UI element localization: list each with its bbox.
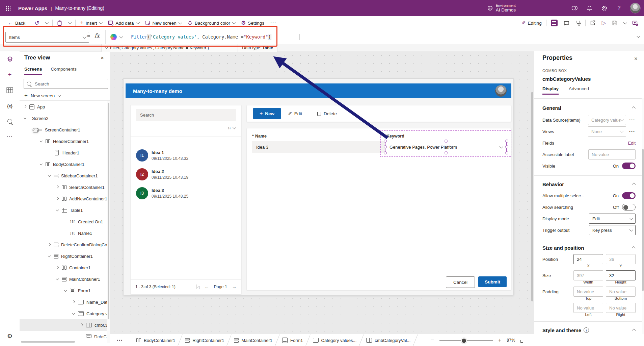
publish-button[interactable] bbox=[629, 20, 641, 26]
preview-button[interactable] bbox=[599, 20, 609, 26]
selection-handle[interactable] bbox=[505, 145, 508, 148]
tree-item[interactable]: AddNewContainer1 bbox=[20, 193, 107, 204]
general-section-header[interactable]: General bbox=[542, 102, 636, 113]
tree-chevron-icon[interactable] bbox=[63, 231, 68, 235]
tree-search-box[interactable] bbox=[24, 79, 108, 89]
accessible-label-input[interactable]: No value bbox=[588, 149, 636, 159]
zoom-slider[interactable] bbox=[439, 340, 493, 341]
list-item[interactable]: I1 Idea 1 09/11/2025 10.43.32 bbox=[131, 146, 241, 165]
tree-chevron-icon[interactable] bbox=[80, 323, 84, 327]
tree-item[interactable]: Form1 bbox=[20, 285, 107, 296]
tree-item[interactable]: ScreenContainer1 bbox=[20, 124, 107, 135]
fields-edit-link[interactable]: Edit bbox=[628, 141, 636, 146]
editing-status-button[interactable]: Editing bbox=[518, 20, 545, 26]
paste-menu-button[interactable] bbox=[65, 16, 74, 30]
tree-item[interactable]: Name_Data bbox=[20, 296, 107, 308]
previous-page-button[interactable] bbox=[204, 284, 209, 290]
tree-chevron-icon[interactable] bbox=[55, 208, 59, 212]
app-screen[interactable]: Many-to-many demo Search I1 bbox=[123, 78, 514, 295]
back-button[interactable]: Back bbox=[5, 16, 28, 30]
undo-menu-button[interactable] bbox=[42, 16, 51, 30]
tree-chevron-icon[interactable] bbox=[72, 300, 76, 304]
visible-toggle[interactable] bbox=[622, 163, 636, 169]
properties-scrollbar[interactable] bbox=[642, 98, 644, 343]
tab-display[interactable]: Display bbox=[542, 86, 559, 95]
tree-item[interactable]: DeleteConfirmDialogCon bbox=[20, 239, 107, 250]
canvas-vertical-scrollbar[interactable] bbox=[531, 72, 533, 328]
views-select[interactable]: None bbox=[588, 126, 626, 137]
tree-view-close-button[interactable] bbox=[99, 54, 106, 62]
selection-handle[interactable] bbox=[384, 145, 387, 148]
rail-search-button[interactable] bbox=[0, 114, 20, 129]
selection-handle[interactable] bbox=[384, 151, 387, 154]
new-button[interactable]: New bbox=[253, 108, 281, 119]
properties-close-button[interactable] bbox=[632, 55, 640, 63]
tree-item[interactable]: Table1 bbox=[20, 204, 107, 216]
app-launcher-button[interactable] bbox=[0, 0, 16, 16]
zoom-slider-thumb[interactable] bbox=[461, 338, 467, 344]
add-data-button[interactable]: Add data bbox=[105, 16, 142, 30]
tree-item[interactable]: Container1 bbox=[20, 262, 107, 273]
breadcrumb-item[interactable]: cmbCategoryVal... bbox=[361, 334, 415, 346]
behavior-section-header[interactable]: Behavior bbox=[542, 179, 636, 190]
padding-right-input[interactable]: No value bbox=[606, 303, 636, 313]
tree-item[interactable]: Category va bbox=[20, 308, 107, 319]
tree-chevron-icon[interactable] bbox=[80, 335, 84, 338]
tree-item[interactable]: App bbox=[20, 101, 107, 113]
breadcrumb-more-button[interactable] bbox=[117, 338, 123, 343]
tree-chevron-icon[interactable] bbox=[39, 162, 43, 166]
tree-chevron-icon[interactable] bbox=[63, 220, 68, 224]
breadcrumb-item[interactable]: RightContainer1 bbox=[180, 334, 229, 346]
notifications-button[interactable] bbox=[583, 1, 596, 15]
rail-settings-button[interactable] bbox=[0, 328, 20, 344]
selection-handle[interactable] bbox=[445, 151, 448, 154]
selection-handle[interactable] bbox=[384, 140, 387, 143]
save-menu-button[interactable] bbox=[620, 22, 629, 24]
sort-button[interactable] bbox=[227, 125, 235, 130]
display-mode-select[interactable]: Edit bbox=[589, 214, 636, 224]
property-selector[interactable]: Items bbox=[5, 32, 89, 43]
history-button[interactable] bbox=[568, 1, 581, 15]
tree-item[interactable]: cmbCa bbox=[20, 319, 107, 331]
app-header[interactable]: Many-to-many demo bbox=[126, 83, 511, 98]
paste-button[interactable] bbox=[54, 16, 65, 30]
allow-searching-toggle[interactable] bbox=[622, 204, 636, 211]
tree-item[interactable]: Name1 bbox=[20, 227, 107, 239]
comments-button[interactable] bbox=[561, 20, 572, 26]
trigger-output-select[interactable]: Key press bbox=[589, 225, 636, 235]
delete-button[interactable]: Delete bbox=[317, 108, 337, 119]
app-checker-button[interactable] bbox=[572, 20, 584, 26]
zoom-out-button[interactable]: − bbox=[431, 337, 434, 344]
design-canvas[interactable]: Many-to-many demo Search I1 bbox=[110, 51, 534, 334]
settings-button[interactable]: Settings bbox=[238, 16, 267, 30]
padding-top-input[interactable]: No value bbox=[573, 287, 603, 297]
rail-data-button[interactable] bbox=[0, 82, 20, 98]
tree-chevron-icon[interactable] bbox=[47, 254, 51, 258]
formula-expand-button[interactable] bbox=[637, 34, 640, 38]
views-more-button[interactable] bbox=[629, 129, 636, 134]
padding-left-input[interactable]: No value bbox=[573, 303, 603, 313]
insert-button[interactable]: Insert bbox=[77, 16, 105, 30]
selection-handle[interactable] bbox=[505, 140, 508, 143]
position-x-input[interactable]: 24 bbox=[573, 254, 603, 264]
formula-input[interactable]: Filter('Category values', Category.Name … bbox=[131, 30, 271, 44]
tree-item[interactable]: Created On1 bbox=[20, 216, 107, 227]
list-item[interactable]: I2 Idea 2 09/11/2025 10.43.19 bbox=[131, 165, 241, 184]
undo-button[interactable] bbox=[31, 16, 42, 30]
rail-insert-button[interactable] bbox=[0, 67, 20, 82]
copilot-button[interactable] bbox=[105, 30, 127, 44]
user-avatar[interactable] bbox=[630, 3, 641, 14]
tree-chevron-icon[interactable] bbox=[47, 174, 51, 178]
data-source-more-button[interactable] bbox=[629, 117, 636, 123]
tree-chevron-icon[interactable] bbox=[47, 151, 51, 155]
authoring-panel-button[interactable] bbox=[548, 20, 561, 26]
tree-item[interactable]: HeaderContainer1 bbox=[20, 135, 107, 147]
tree-chevron-icon[interactable] bbox=[55, 185, 59, 189]
rail-variables-button[interactable] bbox=[0, 98, 20, 114]
size-width-input[interactable]: 397 bbox=[573, 270, 603, 280]
size-height-input[interactable]: 32 bbox=[606, 270, 636, 280]
toolbar-more-button[interactable] bbox=[267, 16, 279, 30]
tree-chevron-icon[interactable] bbox=[47, 243, 51, 247]
tab-advanced[interactable]: Advanced bbox=[569, 86, 589, 95]
size-position-section-header[interactable]: Size and position bbox=[542, 242, 636, 253]
